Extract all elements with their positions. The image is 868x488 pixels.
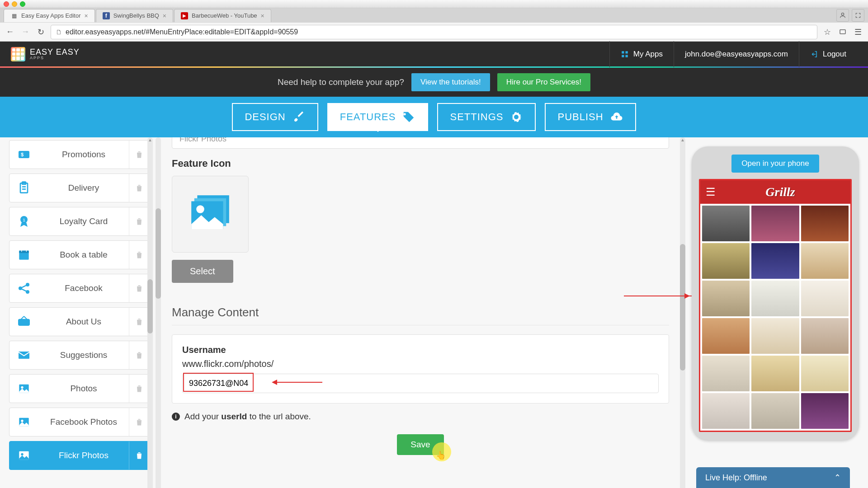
scroll-up-icon[interactable]: ▲ [680,137,685,143]
tab-favicon-facebook-icon: f [103,12,110,19]
sidebar-item-facebook-photos[interactable]: Facebook Photos [9,408,149,436]
app-logo[interactable]: EASY EASY APPS [11,47,80,61]
photo-thumbnail[interactable] [751,206,799,241]
user-email-link[interactable]: john.doe@easyeasyapps.com [674,41,799,67]
tab-close-icon[interactable]: × [163,12,166,19]
main-scrollbar-left[interactable] [156,137,161,488]
browser-tab-active[interactable]: ▦ Easy Easy Apps Editor × [4,9,95,22]
svg-point-29 [21,420,23,422]
delete-icon[interactable] [129,408,149,436]
select-icon-button[interactable]: Select [172,260,233,283]
my-apps-link[interactable]: My Apps [609,41,674,67]
browser-url-input[interactable]: 🗋 editor.easyeasyapps.net/#MenuEntryPlac… [51,25,817,39]
tab-close-icon[interactable]: × [85,12,88,19]
sidebar-label: Promotions [38,150,129,160]
sidebar-item-about-us[interactable]: OPEN About Us [9,307,149,336]
browser-device-icon[interactable] [837,27,848,38]
photo-thumbnail[interactable] [751,393,799,429]
delete-icon[interactable] [129,441,149,469]
nav-tab-publish[interactable]: PUBLISH [545,103,636,131]
sidebar-item-facebook[interactable]: Facebook [9,274,149,303]
photo-thumbnail[interactable] [801,206,849,241]
photo-thumbnail[interactable] [751,356,799,391]
tab-close-icon[interactable]: × [261,12,264,19]
username-input[interactable] [182,374,659,393]
photo-thumbnail[interactable] [801,318,849,354]
svg-rect-2 [622,51,624,53]
sidebar-item-flickr-photos[interactable]: Flickr Photos [9,441,149,470]
browser-back-button[interactable]: ← [5,27,15,38]
save-label: Save [410,440,430,449]
app-header: EASY EASY APPS My Apps john.doe@easyeasy… [0,42,868,68]
delete-icon[interactable] [129,174,149,202]
window-minimize-button[interactable] [12,1,17,7]
nav-tab-settings[interactable]: SETTINGS [437,103,536,131]
nav-label: PUBLISH [557,111,603,123]
my-apps-label: My Apps [633,50,663,59]
delete-icon[interactable] [129,207,149,235]
photo-thumbnail[interactable] [702,243,750,279]
feature-title-input[interactable]: Flickr Photos [172,137,669,149]
browser-forward-button[interactable]: → [20,27,31,38]
photo-thumbnail[interactable] [801,243,849,279]
browser-tab[interactable]: f SwingBellys BBQ × [96,9,173,22]
sidebar-scrollbar[interactable]: ▲ ▼ [147,137,153,488]
sidebar-label: Suggestions [38,350,129,360]
svg-point-31 [21,453,23,455]
svg-line-22 [22,289,27,291]
scroll-up-icon[interactable]: ▲ [147,137,153,143]
delete-icon[interactable] [129,375,149,403]
main-scrollbar-right[interactable]: ▲ ▼ [680,137,685,488]
manage-content-box: Username www.flickr.com/photos/ [172,334,669,404]
delete-icon[interactable] [129,308,149,336]
photo-thumbnail[interactable] [702,318,750,354]
photo-thumbnail[interactable] [702,356,750,391]
logout-link[interactable]: Logout [799,41,857,67]
phone-app-header: ☰ Grillz [700,180,850,204]
photo-thumbnail[interactable] [702,281,750,316]
hamburger-menu-icon[interactable]: ☰ [706,186,716,198]
delete-icon[interactable] [129,141,149,169]
logo-grid-icon [11,47,25,61]
open-in-phone-button[interactable]: Open in your phone [731,155,819,173]
window-maximize-button[interactable] [20,1,25,7]
photo-thumbnail[interactable] [702,393,750,429]
bookmark-star-icon[interactable]: ☆ [822,27,833,38]
sidebar-item-book-table[interactable]: Book a table [9,240,149,269]
save-button[interactable]: Save 👆 [397,434,443,455]
delete-icon[interactable] [129,274,149,302]
view-tutorials-button[interactable]: View the tutorials! [411,73,490,91]
scroll-thumb[interactable] [147,279,153,333]
scroll-thumb[interactable] [156,208,161,299]
scroll-thumb[interactable] [680,244,685,371]
browser-reload-button[interactable]: ↻ [35,27,46,38]
browser-tab[interactable]: ▶ BarbecueWeb - YouTube × [174,9,271,22]
photo-thumbnail[interactable] [751,281,799,316]
sidebar-item-loyalty[interactable]: 1 Loyalty Card [9,207,149,236]
window-close-button[interactable] [4,1,9,7]
sidebar-item-photos[interactable]: Photos [9,374,149,403]
manage-content-heading: Manage Content [172,305,669,325]
delete-icon[interactable] [129,241,149,269]
sidebar-label: Flickr Photos [38,450,129,460]
photo-thumbnail[interactable] [702,206,750,241]
browser-fullscreen-button[interactable] [852,9,864,22]
sidebar-item-suggestions[interactable]: Suggestions [9,341,149,370]
photo-icon [9,381,38,396]
nav-tab-features[interactable]: FEATURES [327,103,429,131]
sidebar-item-delivery[interactable]: Delivery [9,174,149,202]
live-help-widget[interactable]: Live Help: Offline ⌃ [696,467,850,488]
photo-thumbnail[interactable] [751,243,799,279]
hire-pro-services-button[interactable]: Hire our Pro Services! [497,73,590,91]
photo-thumbnail[interactable] [751,318,799,354]
delete-icon[interactable] [129,341,149,369]
photo-thumbnail[interactable] [801,393,849,429]
photo-thumbnail[interactable] [801,356,849,391]
sidebar-item-promotions[interactable]: $ Promotions [9,140,149,169]
page-info-icon[interactable]: 🗋 [56,28,62,36]
browser-menu-icon[interactable]: ☰ [853,27,863,38]
browser-profile-button[interactable] [836,9,849,22]
live-help-text: Live Help: Offline [705,473,767,483]
photo-thumbnail[interactable] [801,281,849,316]
nav-tab-design[interactable]: DESIGN [232,103,318,131]
